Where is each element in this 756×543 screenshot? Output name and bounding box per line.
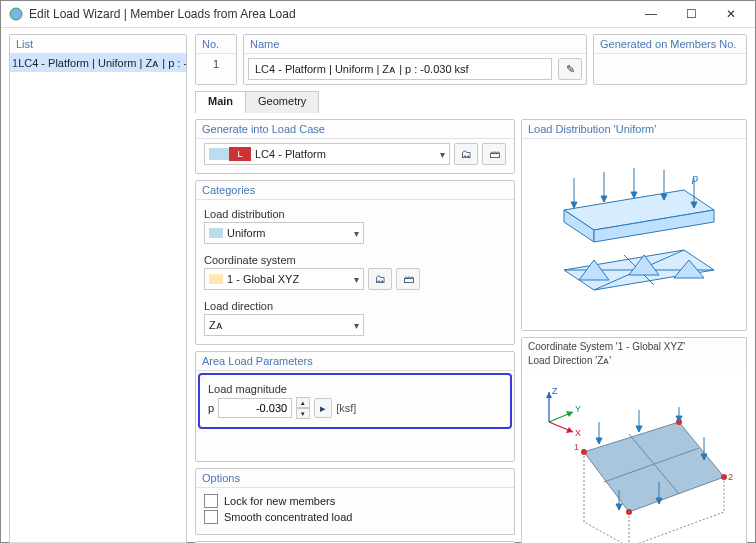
loadcase-library-button[interactable]: 🗃 xyxy=(482,143,506,165)
magnitude-input[interactable] xyxy=(218,398,292,418)
name-field[interactable]: LC4 - Platform | Uniform | Zᴀ | p : -0.0… xyxy=(248,58,552,80)
window-title: Edit Load Wizard | Member Loads from Are… xyxy=(29,7,631,21)
generated-panel: Generated on Members No. xyxy=(593,34,747,85)
svg-marker-31 xyxy=(584,422,724,512)
load-distribution-combo[interactable]: Uniform ▾ xyxy=(204,222,364,244)
loadcase-value: LC4 - Platform xyxy=(255,148,326,160)
svg-marker-52 xyxy=(616,504,622,510)
magnitude-symbol: p xyxy=(208,402,214,414)
options-title: Options xyxy=(196,469,514,488)
load-direction-value: Zᴀ xyxy=(209,319,223,332)
chevron-down-icon: ▾ xyxy=(354,320,359,331)
chevron-down-icon: ▾ xyxy=(354,274,359,285)
area-load-params-highlight: Load magnitude p ▴▾ ▸ [ksf] xyxy=(198,373,512,429)
preview-distribution-title: Load Distribution 'Uniform' xyxy=(522,120,746,139)
main-column: No. 1 Name LC4 - Platform | Uniform | Zᴀ… xyxy=(195,34,747,543)
load-distribution-value: Uniform xyxy=(227,227,266,239)
smooth-checkbox[interactable] xyxy=(204,510,218,524)
no-value: 1 xyxy=(196,54,236,74)
svg-marker-10 xyxy=(631,192,637,198)
coord-new-button[interactable]: 🗂 xyxy=(368,268,392,290)
coord-system-value: 1 - Global XYZ xyxy=(227,273,299,285)
svg-text:p: p xyxy=(691,172,698,184)
list-item-text: LC4 - Platform | Uniform | Zᴀ | p : -0.0… xyxy=(18,57,186,70)
maximize-button[interactable]: ☐ xyxy=(671,1,711,27)
no-panel: No. 1 xyxy=(195,34,237,85)
svg-text:Y: Y xyxy=(575,404,581,414)
load-distribution-label: Load distribution xyxy=(204,208,506,220)
preview-distribution-image: p xyxy=(522,139,746,330)
options-panel: Options Lock for new members Smooth conc… xyxy=(195,468,515,535)
list-title: List xyxy=(10,35,186,54)
loadcase-panel: Generate into Load Case L LC4 - Platform… xyxy=(195,119,515,174)
magnitude-unit: [ksf] xyxy=(336,402,356,414)
coord-library-button[interactable]: 🗃 xyxy=(396,268,420,290)
form-area: Generate into Load Case L LC4 - Platform… xyxy=(195,119,747,543)
svg-marker-44 xyxy=(636,426,642,432)
loadcase-combo[interactable]: L LC4 - Platform ▾ xyxy=(204,143,450,165)
left-column: List 1 LC4 - Platform | Uniform | Zᴀ | p… xyxy=(9,34,187,543)
preview-coord-title: Coordinate System '1 - Global XYZ' xyxy=(522,338,746,355)
preview-direction-image: Z Y X xyxy=(522,369,746,543)
magnitude-spinner[interactable]: ▴▾ xyxy=(296,397,310,419)
svg-text:1: 1 xyxy=(574,442,579,452)
svg-point-0 xyxy=(10,8,22,20)
loadcase-new-button[interactable]: 🗂 xyxy=(454,143,478,165)
svg-text:2: 2 xyxy=(728,472,733,482)
area-load-params-panel: Area Load Parameters Load magnitude p ▴▾… xyxy=(195,351,515,462)
chevron-down-icon: ▾ xyxy=(440,149,445,160)
edit-name-button[interactable]: ✎ xyxy=(558,58,582,80)
chevron-down-icon: ▾ xyxy=(354,228,359,239)
app-icon xyxy=(9,7,23,21)
magnitude-calc-button[interactable]: ▸ xyxy=(314,398,332,418)
name-value: LC4 - Platform | Uniform | Zᴀ | p : -0.0… xyxy=(255,63,469,76)
lock-checkbox-row[interactable]: Lock for new members xyxy=(204,494,506,508)
coord-system-label: Coordinate system xyxy=(204,254,506,266)
svg-marker-8 xyxy=(601,196,607,202)
svg-point-38 xyxy=(721,474,727,480)
categories-panel: Categories Load distribution Uniform ▾ C… xyxy=(195,180,515,345)
load-direction-combo[interactable]: Zᴀ ▾ xyxy=(204,314,364,336)
load-direction-label: Load direction xyxy=(204,300,506,312)
preview-direction-panel: Coordinate System '1 - Global XYZ' Load … xyxy=(521,337,747,543)
svg-point-40 xyxy=(626,509,632,515)
list-panel: List 1 LC4 - Platform | Uniform | Zᴀ | p… xyxy=(9,34,187,543)
lock-label: Lock for new members xyxy=(224,495,335,507)
loadcase-chip: L xyxy=(229,147,251,161)
name-title: Name xyxy=(244,35,586,54)
preview-column: Load Distribution 'Uniform' p xyxy=(521,119,747,543)
list-item[interactable]: 1 LC4 - Platform | Uniform | Zᴀ | p : -0… xyxy=(10,54,186,72)
dialog-window: Edit Load Wizard | Member Loads from Are… xyxy=(0,0,756,543)
smooth-label: Smooth concentrated load xyxy=(224,511,352,523)
preview-distribution-panel: Load Distribution 'Uniform' p xyxy=(521,119,747,331)
area-load-params-title: Area Load Parameters xyxy=(196,352,514,371)
svg-marker-6 xyxy=(571,202,577,208)
coord-system-combo[interactable]: 1 - Global XYZ ▾ xyxy=(204,268,364,290)
tab-geometry[interactable]: Geometry xyxy=(245,91,319,113)
tab-strip: Main Geometry xyxy=(195,91,747,113)
svg-point-35 xyxy=(581,449,587,455)
close-button[interactable]: ✕ xyxy=(711,1,751,27)
smooth-checkbox-row[interactable]: Smooth concentrated load xyxy=(204,510,506,524)
preview-direction-title: Load Direction 'Zᴀ' xyxy=(522,355,746,369)
lock-checkbox[interactable] xyxy=(204,494,218,508)
minimize-button[interactable]: — xyxy=(631,1,671,27)
tab-main[interactable]: Main xyxy=(195,91,246,113)
window-buttons: — ☐ ✕ xyxy=(631,1,751,27)
titlebar: Edit Load Wizard | Member Loads from Are… xyxy=(1,1,755,28)
header-row: No. 1 Name LC4 - Platform | Uniform | Zᴀ… xyxy=(195,34,747,85)
categories-title: Categories xyxy=(196,181,514,200)
svg-text:Z: Z xyxy=(552,386,558,396)
name-panel: Name LC4 - Platform | Uniform | Zᴀ | p :… xyxy=(243,34,587,85)
load-magnitude-label: Load magnitude xyxy=(208,383,502,395)
loadcase-title: Generate into Load Case xyxy=(196,120,514,139)
list-body[interactable]: 1 LC4 - Platform | Uniform | Zᴀ | p : -0… xyxy=(10,54,186,542)
svg-marker-42 xyxy=(596,438,602,444)
form-left: Generate into Load Case L LC4 - Platform… xyxy=(195,119,515,543)
dialog-body: List 1 LC4 - Platform | Uniform | Zᴀ | p… xyxy=(1,28,755,543)
svg-text:X: X xyxy=(575,428,581,438)
no-title: No. xyxy=(196,35,236,54)
generated-title: Generated on Members No. xyxy=(594,35,746,54)
